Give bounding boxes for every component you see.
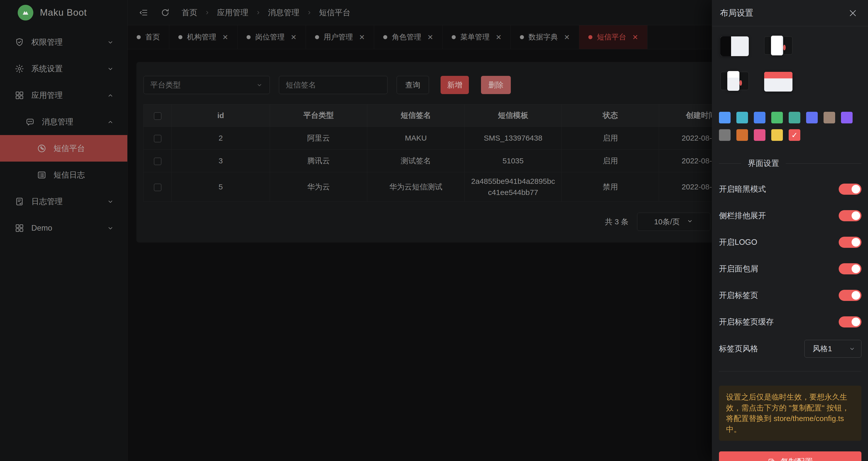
tab-org[interactable]: 机构管理✕ [169, 25, 238, 49]
tab-post[interactable]: 岗位管理✕ [238, 25, 306, 49]
list-icon [37, 170, 46, 180]
collapse-sidebar-icon[interactable] [138, 7, 149, 18]
drawer-header: 布局设置 [712, 0, 868, 26]
grid-icon [14, 223, 24, 233]
column-header: id [172, 105, 270, 127]
tab-style-select[interactable]: 风格1 [804, 340, 862, 357]
theme-color-swatch[interactable]: ✓ [789, 129, 800, 141]
chevron-down-icon [848, 345, 856, 352]
refresh-icon[interactable] [160, 7, 170, 18]
selected-dot [739, 80, 742, 86]
cell-template: 2a4855be941b4a2895bcc41ee544bb77 [465, 172, 562, 202]
tab-dot [315, 35, 319, 39]
theme-color-swatch[interactable] [754, 112, 766, 123]
tab-label: 机构管理 [187, 32, 216, 42]
sidebar-item-sms-platform[interactable]: 短信平台 [0, 135, 127, 162]
tab-label: 数据字典 [528, 32, 558, 42]
row-checkbox[interactable] [154, 135, 161, 142]
layout-option-light-sidebar[interactable] [764, 36, 793, 55]
page-size-value: 10条/页 [654, 217, 680, 227]
toggle-breadcrumb[interactable] [839, 263, 862, 275]
breadcrumb-item[interactable]: 首页 [182, 7, 197, 18]
table-row: 5华为云华为云短信测试2a4855be941b4a2895bcc41ee544b… [144, 172, 743, 202]
chevron-up-icon [106, 91, 114, 99]
app-title: Maku Boot [40, 7, 87, 18]
sidebar-item-application[interactable]: 应用管理 [0, 82, 127, 109]
sidebar-item-log[interactable]: 日志管理 [0, 188, 127, 215]
tab-label: 角色管理 [392, 32, 421, 42]
cell-id: 2 [172, 127, 270, 149]
theme-color-swatch[interactable] [841, 112, 852, 123]
sidebar-item-message[interactable]: 消息管理 [0, 109, 127, 135]
select-all-checkbox[interactable] [154, 112, 161, 120]
breadcrumb-item[interactable]: 消息管理 [268, 7, 299, 18]
theme-color-swatch[interactable] [824, 112, 835, 123]
tab-home[interactable]: 首页 [128, 25, 169, 49]
interface-settings: 开启暗黑模式侧栏排他展开开启LOGO开启面包屑开启标签页开启标签页缓存 [719, 183, 862, 328]
theme-color-swatch[interactable] [736, 129, 748, 141]
theme-color-swatch[interactable] [719, 112, 731, 123]
tab-menu[interactable]: 菜单管理✕ [442, 25, 511, 49]
breadcrumb-item[interactable]: 应用管理 [217, 7, 248, 18]
close-icon[interactable] [848, 8, 858, 18]
tab-label: 岗位管理 [255, 32, 284, 42]
row-checkbox[interactable] [154, 183, 161, 191]
cell-status: 禁用 [562, 172, 659, 202]
theme-color-swatch[interactable] [719, 129, 731, 141]
chevron-down-icon [256, 81, 263, 88]
row-select-cell [144, 127, 172, 149]
copy-icon [768, 458, 776, 461]
layout-option-red-topbar[interactable] [764, 72, 793, 101]
tab-label: 菜单管理 [460, 32, 490, 42]
theme-color-swatch[interactable] [789, 112, 800, 123]
tab-role[interactable]: 角色管理✕ [374, 25, 442, 49]
row-checkbox[interactable] [154, 157, 161, 165]
chevron-down-icon [106, 224, 114, 232]
theme-color-swatch[interactable] [771, 129, 783, 141]
theme-color-swatch[interactable] [754, 129, 766, 141]
close-icon[interactable]: ✕ [290, 33, 296, 41]
page-size-select[interactable]: 10条/页 [637, 213, 710, 231]
close-icon[interactable]: ✕ [222, 33, 228, 41]
close-icon[interactable]: ✕ [496, 33, 501, 41]
tab-user[interactable]: 用户管理✕ [306, 25, 374, 49]
close-icon[interactable]: ✕ [564, 33, 570, 41]
sidebar-item-sms-log[interactable]: 短信日志 [0, 162, 127, 188]
toggle-dark-mode[interactable] [839, 183, 862, 195]
toggle-tabs[interactable] [839, 290, 862, 301]
setting-row-breadcrumb: 开启面包屑 [719, 263, 862, 275]
sidebar-item-permission[interactable]: 权限管理 [0, 29, 127, 55]
theme-color-swatch[interactable] [806, 112, 818, 123]
breadcrumb: 首页应用管理消息管理短信平台 [182, 7, 350, 18]
delete-button[interactable]: 删除 [481, 76, 511, 94]
close-icon[interactable]: ✕ [359, 33, 365, 41]
add-button[interactable]: 新增 [440, 76, 469, 94]
toggle-logo[interactable] [839, 237, 862, 248]
close-icon[interactable]: ✕ [427, 33, 433, 41]
copy-config-button[interactable]: 复制配置 [719, 452, 862, 461]
breadcrumb-item[interactable]: 短信平台 [319, 7, 350, 18]
table-header-row: id平台类型短信签名短信模板状态创建时间 [144, 105, 743, 127]
toggle-tab-cache[interactable] [839, 316, 862, 327]
theme-color-swatch[interactable] [771, 112, 783, 123]
layout-option-dark-sidebar[interactable] [720, 36, 749, 66]
layout-option-light-topbar[interactable] [720, 72, 749, 90]
close-icon[interactable]: ✕ [632, 33, 638, 41]
sign-input[interactable] [279, 76, 388, 94]
tab-dot [247, 35, 251, 39]
tab-dict[interactable]: 数据字典✕ [511, 25, 579, 49]
sidebar-item-demo[interactable]: Demo [0, 215, 127, 241]
toggle-sidebar-exclusive[interactable] [839, 210, 862, 221]
row-select-cell [144, 172, 172, 202]
logo: Maku Boot [0, 0, 127, 25]
query-button[interactable]: 查询 [397, 76, 429, 94]
theme-color-swatch[interactable] [736, 112, 748, 123]
tab-style-label: 标签页风格 [719, 343, 758, 354]
column-header: 平台类型 [270, 105, 367, 127]
table-row: 3腾讯云测试签名51035启用2022-08-20 [144, 149, 743, 172]
sidebar-item-system[interactable]: 系统设置 [0, 55, 127, 82]
shield-check-icon [14, 37, 24, 47]
platform-type-select[interactable]: 平台类型 [144, 76, 270, 94]
tab-dot [137, 35, 141, 39]
tab-sms-platform[interactable]: 短信平台✕ [579, 25, 648, 49]
